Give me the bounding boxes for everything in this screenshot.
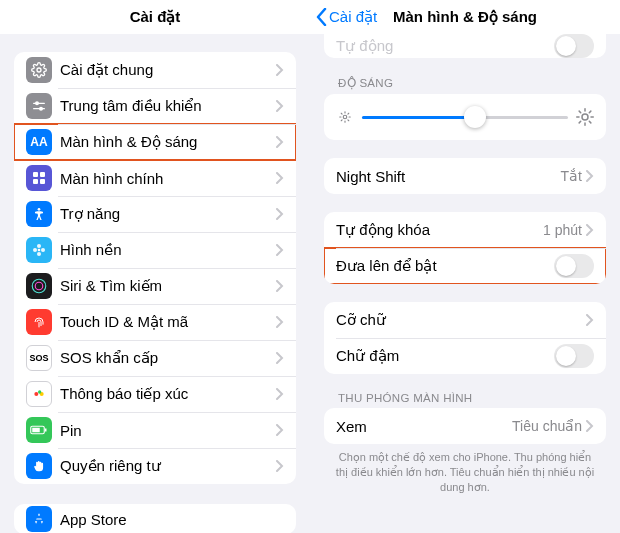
left-nav-bar: Cài đặt bbox=[0, 0, 310, 34]
row-app-store[interactable]: App Store bbox=[14, 504, 296, 533]
svg-line-37 bbox=[579, 111, 581, 113]
svg-point-13 bbox=[33, 248, 37, 252]
row-auto-lock[interactable]: Tự động khóa 1 phút bbox=[324, 212, 606, 248]
appstore-icon bbox=[26, 506, 52, 532]
row-touchid-passcode[interactable]: Touch ID & Mật mã bbox=[14, 304, 296, 340]
slider-knob[interactable] bbox=[464, 106, 486, 128]
row-label: Tự động khóa bbox=[336, 221, 543, 239]
row-exposure-notifications[interactable]: Thông báo tiếp xúc bbox=[14, 376, 296, 412]
svg-point-23 bbox=[343, 115, 347, 119]
svg-point-32 bbox=[582, 114, 588, 120]
svg-point-10 bbox=[38, 249, 41, 252]
chevron-right-icon bbox=[276, 242, 284, 259]
hand-icon bbox=[26, 453, 52, 479]
row-text-size[interactable]: Cỡ chữ bbox=[324, 302, 606, 338]
chevron-right-icon bbox=[276, 206, 284, 223]
row-label: SOS khẩn cấp bbox=[60, 349, 276, 367]
row-raise-to-wake[interactable]: Đưa lên để bật bbox=[324, 248, 606, 284]
row-label: Đưa lên để bật bbox=[336, 257, 554, 275]
fingerprint-icon bbox=[26, 309, 52, 335]
svg-rect-21 bbox=[45, 429, 47, 432]
grid-icon bbox=[26, 165, 52, 191]
row-night-shift[interactable]: Night Shift Tắt bbox=[324, 158, 606, 194]
row-siri-search[interactable]: Siri & Tìm kiếm bbox=[14, 268, 296, 304]
row-label: Touch ID & Mật mã bbox=[60, 313, 276, 331]
row-label: Hình nền bbox=[60, 241, 276, 259]
aa-icon: AA bbox=[26, 129, 52, 155]
bold-text-toggle[interactable] bbox=[554, 344, 594, 368]
settings-master-pane: Cài đặt Cài đặt chung Trung tâm điều khi… bbox=[0, 0, 310, 533]
row-display-brightness[interactable]: AA Màn hình & Độ sáng bbox=[14, 124, 296, 160]
row-label: Siri & Tìm kiếm bbox=[60, 277, 276, 295]
svg-point-19 bbox=[38, 390, 41, 393]
svg-line-29 bbox=[348, 120, 349, 121]
row-sos[interactable]: SOS SOS khẩn cấp bbox=[14, 340, 296, 376]
svg-line-28 bbox=[341, 113, 342, 114]
zoom-header: THU PHÓNG MÀN HÌNH bbox=[338, 392, 592, 404]
row-label: Xem bbox=[336, 418, 512, 435]
svg-point-14 bbox=[41, 248, 45, 252]
row-label: Quyền riêng tư bbox=[60, 457, 276, 475]
chevron-right-icon bbox=[276, 62, 284, 79]
svg-rect-5 bbox=[33, 172, 38, 177]
svg-point-9 bbox=[38, 208, 41, 211]
svg-rect-8 bbox=[40, 179, 45, 184]
row-accessibility[interactable]: Trợ năng bbox=[14, 196, 296, 232]
right-scroll[interactable]: Tự động ĐỘ SÁNG Night Shift bbox=[310, 34, 620, 533]
row-label: Tự động bbox=[336, 37, 554, 55]
svg-point-11 bbox=[37, 244, 41, 248]
battery-icon bbox=[26, 417, 52, 443]
chevron-right-icon bbox=[276, 458, 284, 475]
svg-point-4 bbox=[40, 107, 43, 110]
row-label: Chữ đậm bbox=[336, 347, 554, 365]
row-detail: 1 phút bbox=[543, 222, 582, 238]
brightness-slider-row bbox=[324, 94, 606, 140]
right-nav-bar: Cài đặt Màn hình & Độ sáng bbox=[310, 0, 620, 34]
chevron-right-icon bbox=[276, 386, 284, 403]
svg-point-15 bbox=[32, 279, 46, 293]
svg-line-30 bbox=[341, 120, 342, 121]
row-label: Night Shift bbox=[336, 168, 561, 185]
chevron-right-icon bbox=[586, 168, 594, 185]
svg-line-39 bbox=[579, 121, 581, 123]
row-wallpaper[interactable]: Hình nền bbox=[14, 232, 296, 268]
back-button[interactable]: Cài đặt bbox=[316, 8, 377, 26]
chevron-right-icon bbox=[276, 350, 284, 367]
svg-point-0 bbox=[37, 68, 41, 72]
raise-to-wake-toggle[interactable] bbox=[554, 254, 594, 278]
row-battery[interactable]: Pin bbox=[14, 412, 296, 448]
row-label: Màn hình & Độ sáng bbox=[60, 133, 276, 151]
switches-icon bbox=[26, 93, 52, 119]
chevron-right-icon bbox=[276, 134, 284, 151]
display-brightness-pane: Cài đặt Màn hình & Độ sáng Tự động ĐỘ SÁ… bbox=[310, 0, 620, 533]
sun-low-icon bbox=[336, 108, 354, 126]
sos-icon: SOS bbox=[26, 345, 52, 371]
row-home-screen[interactable]: Màn hình chính bbox=[14, 160, 296, 196]
row-detail: Tiêu chuẩn bbox=[512, 418, 582, 434]
row-label: Cỡ chữ bbox=[336, 311, 586, 329]
row-detail: Tắt bbox=[561, 168, 582, 184]
row-auto-toggle[interactable]: Tự động bbox=[324, 34, 606, 58]
zoom-footer: Chọn một chế độ xem cho iPhone. Thu phón… bbox=[334, 450, 596, 495]
row-privacy[interactable]: Quyền riêng tư bbox=[14, 448, 296, 484]
chevron-right-icon bbox=[276, 98, 284, 115]
row-label: Trợ năng bbox=[60, 205, 276, 223]
row-control-center[interactable]: Trung tâm điều khiển bbox=[14, 88, 296, 124]
row-display-zoom-view[interactable]: Xem Tiêu chuẩn bbox=[324, 408, 606, 444]
gear-icon bbox=[26, 57, 52, 83]
chevron-right-icon bbox=[276, 422, 284, 439]
brightness-header: ĐỘ SÁNG bbox=[338, 76, 592, 90]
right-title: Màn hình & Độ sáng bbox=[393, 8, 537, 26]
svg-line-40 bbox=[589, 111, 591, 113]
left-scroll[interactable]: Cài đặt chung Trung tâm điều khiển AA Mà… bbox=[0, 34, 310, 533]
row-label: Màn hình chính bbox=[60, 170, 276, 187]
chevron-right-icon bbox=[586, 222, 594, 239]
row-general[interactable]: Cài đặt chung bbox=[14, 52, 296, 88]
chevron-right-icon bbox=[276, 278, 284, 295]
brightness-slider[interactable] bbox=[362, 116, 568, 119]
row-label: Pin bbox=[60, 422, 276, 439]
row-label: App Store bbox=[60, 511, 284, 528]
row-bold-text[interactable]: Chữ đậm bbox=[324, 338, 606, 374]
chevron-right-icon bbox=[276, 314, 284, 331]
auto-toggle[interactable] bbox=[554, 34, 594, 58]
